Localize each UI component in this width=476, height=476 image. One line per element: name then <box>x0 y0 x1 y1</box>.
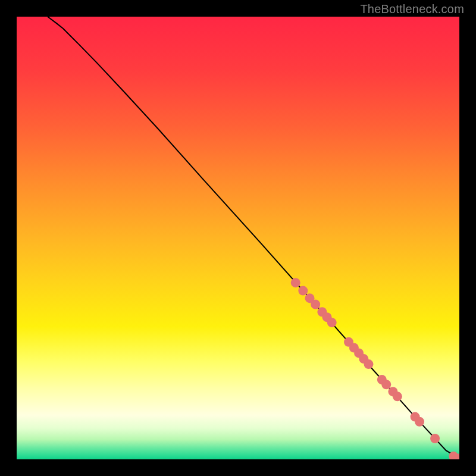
data-marker <box>291 278 300 287</box>
attribution-text: TheBottleneck.com <box>360 2 464 16</box>
chart-frame: TheBottleneck.com <box>0 0 476 476</box>
data-marker <box>381 380 391 389</box>
data-marker <box>393 392 402 401</box>
data-marker <box>311 300 320 309</box>
data-marker <box>430 434 440 443</box>
data-marker <box>415 417 424 427</box>
data-marker <box>327 318 337 327</box>
data-marker <box>364 359 373 369</box>
chart-plot <box>17 17 459 459</box>
data-marker <box>298 286 308 296</box>
